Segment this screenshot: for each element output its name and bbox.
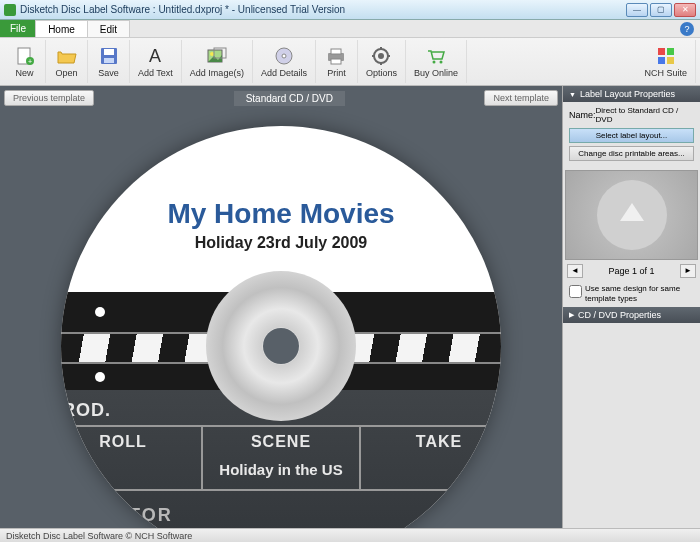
new-label: New [15, 68, 33, 78]
add-details-button[interactable]: Add Details [253, 40, 316, 83]
nch-suite-label: NCH Suite [644, 68, 687, 78]
menubar: File Home Edit ? [0, 20, 700, 38]
cd-dvd-properties-header[interactable]: ▶CD / DVD Properties [563, 307, 700, 323]
buy-online-label: Buy Online [414, 68, 458, 78]
same-design-checkbox-input[interactable] [569, 285, 582, 298]
buy-online-button[interactable]: Buy Online [406, 40, 467, 83]
disc-hub [206, 271, 356, 421]
new-button[interactable]: + New [4, 40, 46, 83]
disc-title-text[interactable]: My Home Movies [61, 198, 501, 230]
status-text: Disketch Disc Label Software © NCH Softw… [6, 531, 192, 541]
close-button[interactable]: ✕ [674, 3, 696, 17]
template-name: Standard CD / DVD [234, 91, 345, 106]
name-label: Name: [569, 110, 596, 120]
svg-rect-25 [658, 57, 665, 64]
help-icon[interactable]: ? [680, 22, 694, 36]
next-template-button[interactable]: Next template [484, 90, 558, 106]
svg-point-21 [432, 60, 435, 63]
clapper-roll-label: ROLL [61, 433, 197, 451]
add-images-button[interactable]: Add Image(s) [182, 40, 253, 83]
right-panel: ▼Label Layout Properties Name:Direct to … [562, 86, 700, 528]
open-label: Open [55, 68, 77, 78]
label-layout-header[interactable]: ▼Label Layout Properties [563, 86, 700, 102]
workspace: Previous template Standard CD / DVD Next… [0, 86, 700, 528]
print-icon [326, 46, 346, 66]
add-images-label: Add Image(s) [190, 68, 244, 78]
up-arrow-icon [620, 203, 644, 221]
add-details-label: Add Details [261, 68, 307, 78]
prev-template-button[interactable]: Previous template [4, 90, 94, 106]
clapper-director-label: DIRECTOR [61, 489, 501, 528]
svg-point-8 [210, 52, 214, 56]
clapper-scene-label: SCENE [207, 433, 355, 451]
svg-point-22 [439, 60, 442, 63]
clapper-take-label: TAKE [365, 433, 501, 451]
maximize-button[interactable]: ▢ [650, 3, 672, 17]
svg-rect-4 [104, 49, 114, 55]
page-prev-button[interactable]: ◄ [567, 264, 583, 278]
statusbar: Disketch Disc Label Software © NCH Softw… [0, 528, 700, 542]
svg-text:A: A [149, 47, 161, 65]
add-details-icon [274, 46, 294, 66]
options-button[interactable]: Options [358, 40, 406, 83]
svg-rect-13 [331, 49, 341, 54]
menu-file[interactable]: File [0, 20, 36, 37]
tab-home[interactable]: Home [35, 20, 88, 37]
svg-rect-24 [667, 48, 674, 55]
svg-rect-14 [331, 59, 341, 64]
window-title: Disketch Disc Label Software : Untitled.… [20, 4, 624, 15]
ribbon: + New Open Save A Add Text Add Image(s) … [0, 38, 700, 86]
add-text-label: Add Text [138, 68, 173, 78]
new-icon: + [15, 46, 35, 66]
print-label: Print [327, 68, 346, 78]
app-icon [4, 4, 16, 16]
page-next-button[interactable]: ► [680, 264, 696, 278]
template-bar: Previous template Standard CD / DVD Next… [4, 88, 558, 108]
buy-online-icon [426, 46, 446, 66]
titlebar: Disketch Disc Label Software : Untitled.… [0, 0, 700, 20]
tab-edit[interactable]: Edit [87, 20, 130, 37]
change-printable-areas-button[interactable]: Change disc printable areas... [569, 146, 694, 161]
open-icon [57, 46, 77, 66]
canvas-area[interactable]: Previous template Standard CD / DVD Next… [0, 86, 562, 528]
nch-suite-icon [656, 46, 676, 66]
open-button[interactable]: Open [46, 40, 88, 83]
page-indicator: Page 1 of 1 [608, 266, 654, 276]
save-icon [99, 46, 119, 66]
svg-text:+: + [27, 58, 31, 65]
options-icon [371, 46, 391, 66]
save-button[interactable]: Save [88, 40, 130, 83]
svg-rect-23 [658, 48, 665, 55]
add-text-button[interactable]: A Add Text [130, 40, 182, 83]
svg-point-16 [378, 53, 384, 59]
options-label: Options [366, 68, 397, 78]
add-images-icon [207, 46, 227, 66]
save-label: Save [98, 68, 119, 78]
name-value: Direct to Standard CD / DVD [596, 106, 694, 124]
svg-rect-5 [104, 58, 114, 63]
minimize-button[interactable]: — [626, 3, 648, 17]
clapper-scene-value: Holiday in the US [207, 461, 355, 479]
same-design-checkbox[interactable]: Use same design for same template types [563, 280, 700, 307]
add-text-icon: A [145, 46, 165, 66]
nch-suite-button[interactable]: NCH Suite [636, 40, 696, 83]
select-label-layout-button[interactable]: Select label layout... [569, 128, 694, 143]
disc-preview[interactable]: My Home Movies Holiday 23rd July 2009 PR… [61, 126, 501, 528]
disc-subtitle-text[interactable]: Holiday 23rd July 2009 [61, 234, 501, 252]
svg-rect-26 [667, 57, 674, 64]
layout-preview [565, 170, 698, 260]
print-button[interactable]: Print [316, 40, 358, 83]
svg-point-11 [282, 54, 286, 58]
